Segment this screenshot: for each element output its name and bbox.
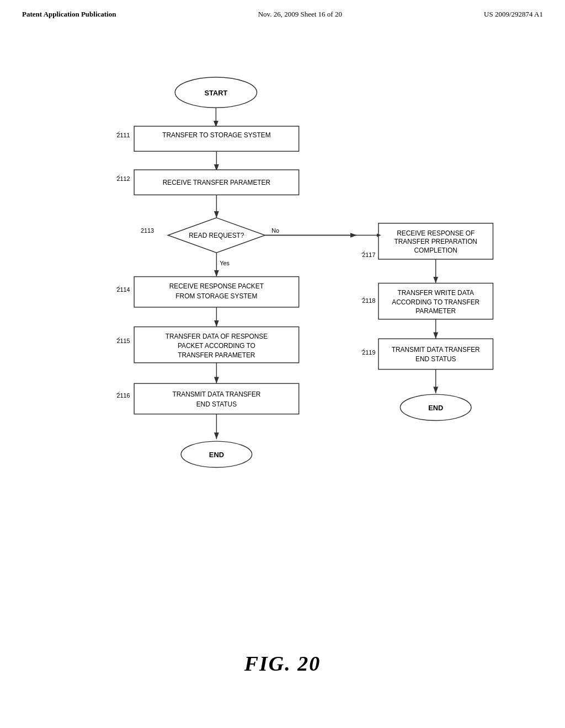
yes-label: Yes xyxy=(220,260,230,266)
node-2119-line2: END STATUS xyxy=(415,355,456,363)
label-2119-slash: ⟋ xyxy=(360,346,366,353)
figure-label: FIG. 20 xyxy=(0,651,565,676)
diagram-area: START 2111 ⟋ TRANSFER TO STORAGE SYSTEM … xyxy=(55,72,508,540)
node-2118-line3: PARAMETER xyxy=(415,307,456,315)
node-2117-line1: RECEIVE RESPONSE OF xyxy=(397,229,475,237)
node-2111-text: TRANSFER TO STORAGE SYSTEM xyxy=(162,131,270,139)
label-2112-slash: ⟋ xyxy=(115,173,121,179)
node-2117-line3: COMPLETION xyxy=(414,247,457,254)
flowchart-svg: START 2111 ⟋ TRANSFER TO STORAGE SYSTEM … xyxy=(55,72,508,540)
label-2111-slash: ⟋ xyxy=(115,129,121,136)
label-2117-slash: ⟋ xyxy=(360,249,366,255)
header-right: US 2009/292874 A1 xyxy=(484,10,543,19)
label-2118-slash: ⟋ xyxy=(360,295,366,301)
label-2115-slash: ⟋ xyxy=(115,335,121,341)
end2-label: END xyxy=(428,404,443,412)
header-left: Patent Application Publication xyxy=(22,10,116,19)
node-2116-line1: TRANSMIT DATA TRANSFER xyxy=(172,390,260,398)
node-2119-line1: TRANSMIT DATA TRANSFER xyxy=(392,346,480,354)
label-2116-slash: ⟋ xyxy=(115,389,121,396)
node-2115-line1: TRANSFER DATA OF RESPONSE xyxy=(166,333,268,340)
node-2118-line2: ACCORDING TO TRANSFER xyxy=(392,298,479,306)
node-2115-line2: PACKET ACCORDING TO xyxy=(178,342,255,350)
header-center: Nov. 26, 2009 Sheet 16 of 20 xyxy=(258,10,342,19)
label-2113: 2113 xyxy=(141,227,154,234)
no-label: No xyxy=(271,227,279,234)
node-2114-line1: RECEIVE RESPONSE PACKET xyxy=(169,282,264,290)
start-label: START xyxy=(204,89,227,97)
end1-label: END xyxy=(209,451,224,459)
node-2118-line1: TRANSFER WRITE DATA xyxy=(397,289,474,297)
label-2114-slash: ⟋ xyxy=(115,283,121,290)
node-2113-text: READ REQUEST? xyxy=(189,232,244,239)
node-2116-line2: END STATUS xyxy=(196,400,237,408)
page-header: Patent Application Publication Nov. 26, … xyxy=(0,0,565,19)
node-2114-line2: FROM STORAGE SYSTEM xyxy=(175,292,257,300)
node-2115-line3: TRANSFER PARAMETER xyxy=(178,351,255,359)
node-2112-text: RECEIVE TRANSFER PARAMETER xyxy=(163,179,271,186)
svg-rect-14 xyxy=(134,383,299,414)
node-2117-line2: TRANSFER PREPARATION xyxy=(394,238,477,245)
svg-rect-21 xyxy=(379,339,493,369)
